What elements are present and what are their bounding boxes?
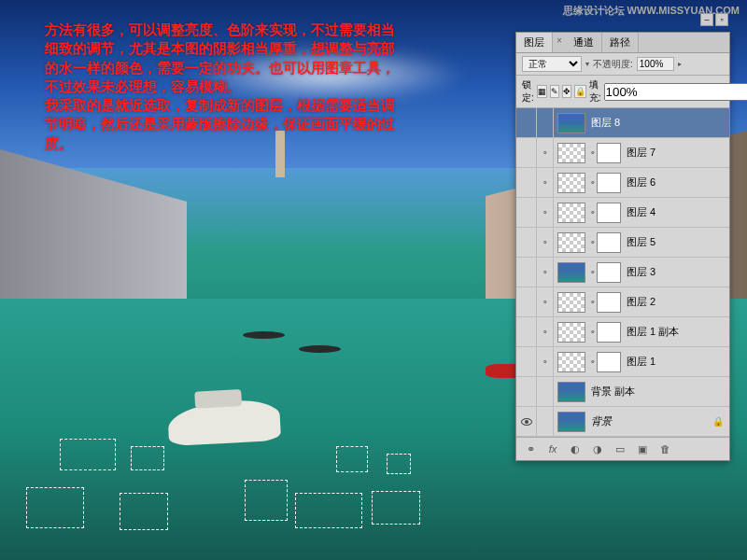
marquee-selection[interactable] [131, 446, 164, 470]
layer-row[interactable]: ⚬⚬图层 2 [516, 287, 729, 317]
link-column[interactable]: ⚬ [537, 228, 554, 257]
chain-icon: ⚬ [589, 328, 597, 337]
layer-row[interactable]: ⚬⚬图层 6 [516, 168, 729, 198]
mask-icon[interactable]: ◐ [567, 441, 584, 456]
link-column[interactable] [537, 108, 554, 137]
layer-thumbnail[interactable] [557, 203, 585, 223]
visibility-toggle[interactable] [516, 317, 537, 346]
fill-input[interactable] [604, 83, 747, 101]
marquee-selection[interactable] [120, 493, 168, 530]
tab-layers[interactable]: 图层 [516, 33, 553, 52]
marquee-selection[interactable] [295, 493, 362, 528]
link-column[interactable] [537, 377, 554, 406]
layer-name[interactable]: 图层 5 [625, 235, 655, 249]
link-column[interactable]: ⚬ [537, 347, 554, 376]
group-icon[interactable]: ▭ [612, 441, 628, 456]
link-column[interactable] [537, 407, 554, 436]
layer-row[interactable]: 背景 副本 [516, 377, 729, 407]
mask-thumbnail[interactable] [597, 173, 621, 193]
layer-row[interactable]: ⚬⚬图层 3 [516, 258, 729, 287]
layer-thumbnail[interactable] [557, 292, 585, 313]
adjustment-icon[interactable]: ◑ [589, 441, 606, 456]
chain-icon: ⚬ [589, 148, 597, 158]
visibility-toggle[interactable] [516, 347, 537, 376]
lock-move-icon[interactable]: ✥ [562, 85, 571, 98]
blend-mode-select[interactable]: 正常 [522, 56, 582, 72]
layer-name[interactable]: 图层 8 [589, 116, 620, 130]
mask-thumbnail[interactable] [597, 203, 621, 223]
dock-icon[interactable]: ▫ [715, 13, 728, 26]
layer-row[interactable]: ⚬⚬图层 1 副本 [516, 317, 729, 347]
layer-name[interactable]: 图层 2 [625, 295, 655, 309]
mask-thumbnail[interactable] [597, 292, 621, 313]
new-layer-icon[interactable]: ▣ [634, 441, 651, 456]
marquee-selection[interactable] [245, 480, 288, 521]
opacity-input[interactable] [637, 57, 674, 71]
mask-thumbnail[interactable] [597, 262, 621, 283]
layer-thumbnail[interactable] [557, 232, 585, 253]
layer-thumbnail[interactable] [557, 352, 585, 372]
link-layers-icon[interactable]: ⚭ [522, 441, 539, 456]
layer-row[interactable]: 图层 8 [516, 108, 729, 138]
tab-close-icon[interactable]: × [553, 33, 566, 52]
visibility-toggle[interactable] [516, 407, 537, 436]
gondola [299, 345, 341, 353]
trash-icon[interactable]: 🗑 [656, 441, 673, 456]
link-column[interactable]: ⚬ [537, 287, 554, 316]
link-column[interactable]: ⚬ [537, 317, 554, 346]
layer-thumbnail[interactable] [557, 143, 585, 163]
layer-name[interactable]: 图层 7 [625, 146, 655, 160]
lock-all-icon[interactable]: 🔒 [574, 85, 586, 98]
marquee-selection[interactable] [26, 487, 84, 528]
layer-thumbnail[interactable] [557, 262, 585, 283]
mask-thumbnail[interactable] [597, 143, 621, 163]
layer-thumbnail[interactable] [557, 382, 585, 402]
visibility-toggle[interactable] [516, 287, 537, 316]
layer-name[interactable]: 背景 副本 [589, 385, 635, 399]
chain-icon: ⚬ [589, 238, 597, 247]
mask-thumbnail[interactable] [597, 232, 621, 253]
mask-thumbnail[interactable] [597, 352, 621, 372]
layer-name[interactable]: 背景 [589, 414, 612, 428]
link-column[interactable]: ⚬ [537, 138, 554, 167]
lock-transparent-icon[interactable]: ▦ [537, 85, 547, 98]
layer-thumbnail[interactable] [557, 173, 585, 193]
visibility-toggle[interactable] [516, 108, 537, 137]
arrow-right-icon[interactable]: ▸ [678, 60, 682, 68]
visibility-toggle[interactable] [516, 138, 537, 167]
link-column[interactable]: ⚬ [537, 198, 554, 227]
layer-thumbnail[interactable] [557, 322, 585, 343]
layer-row[interactable]: ⚬⚬图层 1 [516, 347, 729, 377]
visibility-toggle[interactable] [516, 258, 537, 287]
tab-channels[interactable]: 通道 [566, 33, 602, 52]
marquee-selection[interactable] [387, 454, 411, 474]
link-column[interactable]: ⚬ [537, 258, 554, 287]
visibility-toggle[interactable] [516, 168, 537, 197]
layer-name[interactable]: 图层 1 副本 [625, 325, 679, 339]
visibility-toggle[interactable] [516, 198, 537, 227]
chain-icon: ⚬ [542, 208, 549, 217]
marquee-selection[interactable] [372, 491, 420, 525]
chain-icon: ⚬ [589, 298, 597, 307]
layer-thumbnail[interactable] [557, 113, 585, 133]
tab-paths[interactable]: 路径 [602, 33, 639, 52]
visibility-toggle[interactable] [516, 377, 537, 406]
layer-row[interactable]: ⚬⚬图层 4 [516, 198, 729, 228]
lock-brush-icon[interactable]: ✎ [550, 85, 559, 98]
minimize-icon[interactable]: – [700, 13, 713, 26]
layer-name[interactable]: 图层 1 [625, 355, 655, 369]
visibility-toggle[interactable] [516, 228, 537, 257]
marquee-selection[interactable] [336, 446, 368, 472]
link-column[interactable]: ⚬ [537, 168, 554, 197]
layer-name[interactable]: 图层 6 [625, 175, 655, 189]
layer-thumbnail[interactable] [557, 412, 585, 432]
panel-footer: ⚭ fx ◐ ◑ ▭ ▣ 🗑 [516, 437, 729, 460]
layer-name[interactable]: 图层 4 [625, 205, 655, 219]
layer-name[interactable]: 图层 3 [625, 265, 655, 279]
marquee-selection[interactable] [60, 439, 116, 470]
fx-icon[interactable]: fx [544, 441, 561, 456]
mask-thumbnail[interactable] [597, 322, 621, 343]
layer-row[interactable]: ⚬⚬图层 7 [516, 138, 729, 168]
layer-row[interactable]: ⚬⚬图层 5 [516, 228, 729, 258]
layer-row[interactable]: 背景🔒 [516, 407, 729, 437]
